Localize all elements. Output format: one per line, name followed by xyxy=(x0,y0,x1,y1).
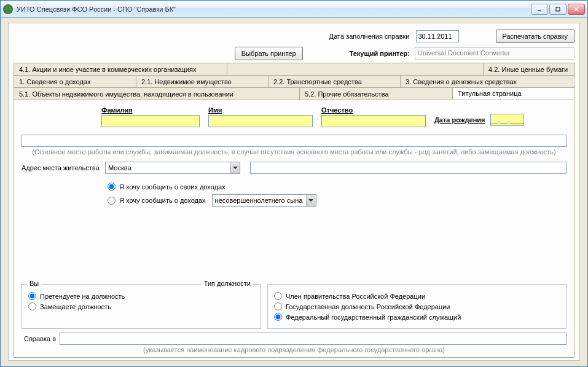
tab-spacer[interactable] xyxy=(227,63,484,75)
position-type-group: Член правительства Российской Федерации … xyxy=(267,284,566,329)
fill-date-label: Дата заполнения справки xyxy=(329,33,410,40)
firstname-input[interactable] xyxy=(208,115,313,127)
main-panel: Дата заполнения справки Распечатать спра… xyxy=(8,23,580,361)
spravka-hint: (указывается наименование кадрового подр… xyxy=(22,346,566,353)
you-group: Вы Тип должности Претендуете на должност… xyxy=(22,284,261,329)
address-city-value: Москва xyxy=(106,164,230,172)
holding-radio[interactable] xyxy=(28,302,36,310)
print-button[interactable]: Распечатать справку xyxy=(496,30,575,43)
tab-2-2[interactable]: 2.2. Транспортные средства xyxy=(268,75,401,87)
choose-printer-button[interactable]: Выбрать принтер xyxy=(235,47,303,60)
minimize-button[interactable] xyxy=(531,4,548,15)
window-title: УИТО Спецсвязи ФСО России - СПО "Справки… xyxy=(17,6,531,13)
report-own-label: Я хочу сообщить о своих доходах xyxy=(119,183,225,191)
govt-member-label: Член правительства Российской Федерации xyxy=(286,293,425,300)
state-position-radio[interactable] xyxy=(274,302,282,310)
patronymic-label: Отчество xyxy=(321,106,426,114)
firstname-label: Имя xyxy=(208,106,313,114)
tab-5-1[interactable]: 5.1. Объекты недвижимого имущества, нахо… xyxy=(14,87,300,100)
holding-label: Замещаете должность xyxy=(40,303,111,310)
tab-title-page[interactable]: Титульная страница xyxy=(452,87,575,100)
applying-radio[interactable] xyxy=(28,292,36,300)
tab-5-2[interactable]: 5.2. Прочие обязательства xyxy=(299,87,453,100)
report-relative-label: Я хочу сообщить о доходах xyxy=(119,197,206,204)
tab-1[interactable]: 1. Сведения о доходах xyxy=(14,75,136,87)
app-icon xyxy=(3,4,13,14)
relative-value: несовершеннолетнего сына xyxy=(213,197,306,204)
app-window: УИТО Спецсвязи ФСО России - СПО "Справки… xyxy=(0,0,588,367)
spravka-label: Справка в xyxy=(22,335,56,342)
tab-4-1[interactable]: 4.1. Акции и иное участие в коммерческих… xyxy=(14,63,227,75)
current-printer-value: Universal Document Converter xyxy=(415,47,574,60)
patronymic-input[interactable] xyxy=(321,115,426,127)
state-position-label: Государственная должность Российской Фед… xyxy=(286,303,450,310)
workplace-input[interactable] xyxy=(22,135,566,147)
address-label: Адрес места жительства xyxy=(22,164,101,172)
spravka-input[interactable] xyxy=(60,333,566,345)
address-detail-input[interactable] xyxy=(250,162,566,174)
chevron-down-icon[interactable] xyxy=(306,195,316,206)
workplace-hint: (Основное место работы или службы, заним… xyxy=(22,148,566,156)
address-city-combo[interactable]: Москва xyxy=(105,162,240,174)
current-printer-label: Текущий принтер: xyxy=(350,50,410,57)
report-own-radio[interactable] xyxy=(108,183,116,191)
govt-member-radio[interactable] xyxy=(274,292,282,300)
birthdate-input[interactable] xyxy=(490,114,524,126)
tab-content: Фамилия Имя Отчество Дата рождения xyxy=(14,100,574,358)
lastname-label: Фамилия xyxy=(101,106,200,114)
close-button[interactable] xyxy=(568,4,585,15)
tabs: 4.1. Акции и иное участие в коммерческих… xyxy=(14,63,574,358)
you-legend: Вы xyxy=(27,280,41,287)
federal-civil-label: Федеральный государственный гражданский … xyxy=(286,314,461,321)
svg-rect-1 xyxy=(556,7,560,11)
chevron-down-icon[interactable] xyxy=(230,162,240,173)
tab-4-2[interactable]: 4.2. Иные ценные бумаги xyxy=(483,63,575,75)
relative-combo[interactable]: несовершеннолетнего сына xyxy=(212,194,316,207)
applying-label: Претендуете на должность xyxy=(40,293,125,300)
tab-2-1[interactable]: 2.1. Недвижимое имущество xyxy=(136,75,269,87)
position-type-label: Тип должности xyxy=(202,280,253,287)
lastname-input[interactable] xyxy=(101,115,200,127)
fill-date-input[interactable] xyxy=(416,30,459,42)
report-relative-radio[interactable] xyxy=(108,197,116,205)
maximize-button[interactable] xyxy=(549,4,566,15)
tab-3[interactable]: 3. Сведения о денежных средствах xyxy=(400,75,574,87)
birthdate-label: Дата рождения xyxy=(434,116,485,124)
titlebar: УИТО Спецсвязи ФСО России - СПО "Справки… xyxy=(1,1,587,18)
federal-civil-radio[interactable] xyxy=(274,313,282,321)
